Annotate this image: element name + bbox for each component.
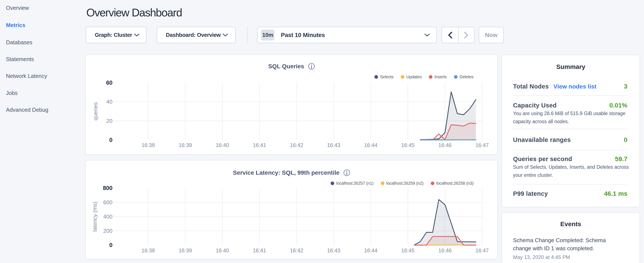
x-tick-label: 16:43	[327, 142, 340, 148]
sidebar-item-statements[interactable]: Statements	[6, 56, 34, 63]
summary-row-label: P99 latency	[513, 190, 548, 197]
summary-divider	[513, 95, 628, 96]
sidebar-item-overview[interactable]: Overview	[6, 4, 29, 12]
y-axis-title: queries	[92, 102, 99, 120]
event-timestamp: May 13, 2020 at 4:45 PM	[513, 254, 628, 260]
summary-row-value: 0.01%	[609, 102, 628, 109]
y-tick-label: 20	[106, 118, 112, 124]
graph-scope-dropdown[interactable]: Graph: Cluster	[86, 27, 146, 43]
chevron-down-icon	[222, 34, 228, 37]
summary-row-value: 46.1 ms	[604, 190, 628, 197]
time-window-dropdown[interactable]: 10m Past 10 Minutes	[257, 27, 437, 43]
dashboard-dropdown-label: Dashboard: Overview	[166, 32, 221, 38]
summary-row: Capacity Used0.01%You are using 28.6 MiB…	[513, 102, 628, 126]
chevron-down-icon	[134, 34, 140, 37]
x-tick-label: 16:40	[216, 142, 229, 148]
sidebar-item-metrics[interactable]: Metrics	[6, 22, 25, 29]
time-shift-prev-button[interactable]	[442, 27, 458, 43]
sql-queries-chart-card: SQL Queries SelectsUpdatesInsertsDeletes…	[85, 55, 498, 155]
summary-divider	[513, 150, 628, 150]
events-title: Events	[502, 220, 640, 228]
x-tick-label: 16:46	[438, 247, 452, 253]
summary-row: Unavailable ranges0	[513, 136, 628, 143]
y-tick-label: 0	[109, 242, 112, 248]
x-tick-label: 16:39	[178, 247, 192, 253]
x-tick-label: 16:44	[364, 142, 378, 148]
summary-row: Total NodesView nodes list3	[513, 83, 628, 90]
events-panel: Events Schema Change Completed: Schemach…	[502, 212, 640, 263]
x-tick-label: 16:45	[401, 247, 414, 253]
event-item[interactable]: Schema Change Completed: Schemachange wi…	[513, 236, 628, 260]
sidebar-item-network-latency[interactable]: Network Latency	[6, 72, 47, 80]
summary-row-value: 0	[624, 136, 628, 143]
summary-divider	[513, 184, 628, 184]
summary-row: Queries per second59.7Sum of Selects, Up…	[513, 155, 628, 179]
x-tick-label: 16:42	[290, 247, 304, 253]
time-window-badge: 10m	[261, 30, 274, 41]
x-tick-label: 16:38	[142, 247, 155, 253]
sidebar-item-databases[interactable]: Databases	[6, 39, 32, 46]
y-tick-label: 60	[106, 80, 112, 86]
summary-row-label: Unavailable ranges	[513, 136, 571, 143]
summary-row-value: 59.7	[615, 155, 628, 163]
y-tick-label: 0	[109, 137, 112, 143]
x-tick-label: 16:43	[327, 247, 340, 253]
summary-row-link[interactable]: View nodes list	[554, 83, 596, 90]
summary-row-label: Total Nodes	[513, 83, 549, 90]
y-axis-title: latency (ms)	[92, 201, 98, 232]
y-tick-label: 600	[103, 199, 112, 205]
summary-row-label: Capacity Used	[513, 102, 556, 109]
sidebar-item-advanced-debug[interactable]: Advanced Debug	[6, 106, 48, 113]
x-tick-label: 16:42	[290, 142, 304, 148]
x-tick-label: 16:47	[476, 142, 489, 148]
summary-row-value: 3	[624, 83, 628, 90]
time-window-label: Past 10 Minutes	[281, 32, 325, 39]
summary-panel: Summary Total NodesView nodes list3 Capa…	[502, 55, 640, 207]
y-tick-label: 400	[103, 213, 112, 220]
summary-divider	[513, 129, 628, 129]
chevron-down-icon	[424, 34, 430, 37]
time-shift-next-button[interactable]	[458, 27, 474, 43]
x-tick-label: 16:44	[364, 247, 378, 253]
y-tick-label: 800	[103, 185, 112, 191]
summary-row: P99 latency46.1 ms	[513, 190, 628, 197]
sql-queries-plot: 020406016:3816:3916:4016:4116:4216:4316:…	[86, 55, 497, 154]
y-tick-label: 40	[106, 99, 112, 105]
x-tick-label: 16:41	[253, 247, 266, 253]
page-title: Overview Dashboard	[86, 6, 182, 19]
x-tick-label: 16:45	[401, 142, 414, 148]
time-shift-group	[442, 27, 475, 43]
summary-row-desc: You are using 28.6 MiB of 515.9 GiB usab…	[513, 109, 628, 126]
x-tick-label: 16:39	[178, 142, 192, 148]
now-button-label: Now	[485, 32, 498, 39]
dashboard-dropdown[interactable]: Dashboard: Overview	[157, 27, 236, 43]
x-tick-label: 16:46	[438, 142, 452, 148]
sidebar-item-jobs[interactable]: Jobs	[6, 89, 18, 97]
service-latency-sql-99th-percentile-plot: 020040060080016:3816:3916:4016:4116:4216…	[86, 160, 497, 259]
now-button[interactable]: Now	[479, 27, 504, 43]
graph-scope-dropdown-label: Graph: Cluster	[95, 32, 132, 38]
x-tick-label: 16:47	[476, 247, 489, 253]
x-tick-label: 16:41	[253, 142, 266, 148]
service-latency-chart-card: Service Latency: SQL, 99th percentile lo…	[85, 160, 498, 259]
x-tick-label: 16:38	[142, 142, 155, 148]
summary-row-desc: Sum of Selects, Updates, Inserts, and De…	[513, 163, 628, 179]
x-tick-label: 16:40	[216, 247, 229, 253]
summary-title: Summary	[502, 63, 640, 70]
y-tick-label: 200	[103, 228, 112, 234]
toolbar-divider	[247, 26, 248, 43]
summary-row-label: Queries per second	[513, 156, 572, 163]
event-message: Schema Change Completed: Schemachange wi…	[513, 236, 628, 252]
chevron-left-icon	[448, 32, 452, 39]
chevron-right-icon	[464, 32, 468, 39]
